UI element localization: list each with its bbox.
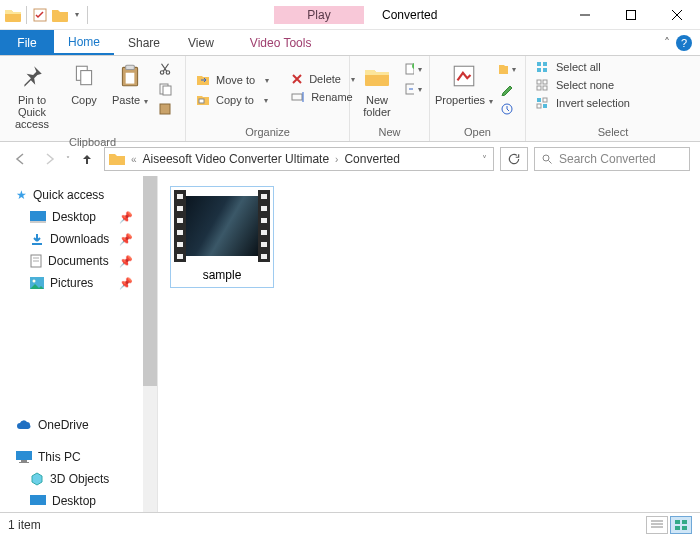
downloads-icon <box>30 232 44 246</box>
copy-to-button[interactable]: Copy to <box>192 92 273 108</box>
new-group-label: New <box>350 124 429 141</box>
sidebar-item-3d-objects[interactable]: 3D Objects <box>28 468 153 490</box>
close-button[interactable] <box>654 0 700 30</box>
properties-button[interactable]: Properties <box>436 60 492 107</box>
minimize-button[interactable] <box>562 0 608 30</box>
svg-rect-30 <box>543 86 547 90</box>
move-to-button[interactable]: Move to <box>192 72 273 88</box>
back-button[interactable] <box>10 148 32 170</box>
pictures-icon <box>30 277 44 289</box>
svg-rect-14 <box>160 104 170 114</box>
address-bar[interactable]: « Aiseesoft Video Converter Ultimate › C… <box>104 147 494 171</box>
sidebar-item-documents[interactable]: Documents📌 <box>28 250 153 272</box>
svg-rect-34 <box>543 104 547 108</box>
open-icon[interactable] <box>498 60 516 78</box>
copy-path-icon[interactable] <box>156 80 174 98</box>
main-area: ★ Quick access Desktop📌 Downloads📌 Docum… <box>0 176 700 512</box>
home-tab[interactable]: Home <box>54 30 114 55</box>
pin-icon <box>16 60 48 92</box>
breadcrumb-1[interactable]: Aiseesoft Video Converter Ultimate <box>143 152 330 166</box>
select-none-icon <box>536 79 550 91</box>
video-thumbnail <box>174 190 270 262</box>
desktop-icon <box>30 495 46 507</box>
open-group: Properties Open <box>430 56 526 141</box>
svg-point-35 <box>543 155 549 161</box>
new-folder-icon <box>361 60 393 92</box>
search-icon <box>541 153 553 165</box>
navigation-pane: ★ Quick access Desktop📌 Downloads📌 Docum… <box>0 176 158 512</box>
svg-rect-23 <box>537 62 541 66</box>
help-icon[interactable]: ? <box>676 35 692 51</box>
new-item-icon[interactable] <box>404 60 422 78</box>
svg-rect-26 <box>543 68 547 72</box>
svg-rect-16 <box>292 94 302 100</box>
copy-button[interactable]: Copy <box>64 60 104 106</box>
organize-group: Move to Copy to Delete Rename Organize <box>186 56 350 141</box>
chevron-right-icon[interactable]: › <box>333 154 340 165</box>
new-folder-button[interactable]: New folder <box>356 60 398 118</box>
new-group: New folder New <box>350 56 430 141</box>
rename-icon <box>291 91 305 103</box>
svg-rect-9 <box>126 73 135 84</box>
svg-rect-46 <box>19 462 29 463</box>
edit-icon[interactable] <box>498 80 516 98</box>
sidebar-item-this-pc[interactable]: This PC <box>14 446 153 468</box>
sidebar-item-desktop[interactable]: Desktop📌 <box>28 206 153 228</box>
paste-button[interactable]: Paste <box>110 60 150 107</box>
file-list[interactable]: sample <box>158 176 700 512</box>
documents-icon <box>30 254 42 268</box>
forward-button[interactable] <box>38 148 60 170</box>
3d-objects-icon <box>30 472 44 486</box>
file-item-sample[interactable]: sample <box>170 186 274 288</box>
folder-icon[interactable] <box>4 7 22 23</box>
refresh-button[interactable] <box>500 147 528 171</box>
select-none-button[interactable]: Select none <box>532 78 634 92</box>
select-group-label: Select <box>526 124 700 141</box>
svg-rect-37 <box>30 211 46 221</box>
rename-button[interactable]: Rename <box>287 90 359 104</box>
address-dropdown-icon[interactable]: ˅ <box>480 154 489 165</box>
sidebar-item-pictures[interactable]: Pictures📌 <box>28 272 153 294</box>
file-tab[interactable]: File <box>0 30 54 55</box>
recent-locations-icon[interactable]: ˅ <box>66 155 70 164</box>
thumbnails-view-button[interactable] <box>670 516 692 534</box>
quick-access-item[interactable]: ★ Quick access <box>14 184 153 206</box>
up-button[interactable] <box>76 148 98 170</box>
video-tools-tab[interactable]: Video Tools <box>240 30 322 55</box>
desktop-icon <box>30 211 46 223</box>
qat-properties-icon[interactable] <box>31 7 49 23</box>
details-view-button[interactable] <box>646 516 668 534</box>
invert-selection-button[interactable]: Invert selection <box>532 96 634 110</box>
cut-icon[interactable] <box>156 60 174 78</box>
collapse-ribbon-icon[interactable]: ˄ <box>664 36 670 50</box>
history-icon[interactable] <box>498 100 516 118</box>
onedrive-icon <box>16 420 32 430</box>
quick-access-toolbar: ▾ <box>0 6 94 24</box>
sidebar-item-downloads[interactable]: Downloads📌 <box>28 228 153 250</box>
select-all-button[interactable]: Select all <box>532 60 634 74</box>
svg-rect-38 <box>30 221 46 223</box>
scrollbar-thumb[interactable] <box>143 176 157 386</box>
pin-to-quick-access-button[interactable]: Pin to Quick access <box>6 60 58 130</box>
address-bar-row: ˅ « Aiseesoft Video Converter Ultimate ›… <box>0 142 700 176</box>
svg-rect-53 <box>675 526 680 530</box>
svg-point-43 <box>33 280 36 283</box>
copy-icon <box>68 60 100 92</box>
sidebar-item-onedrive[interactable]: OneDrive <box>14 414 153 436</box>
view-tab[interactable]: View <box>174 30 228 55</box>
breadcrumb-2[interactable]: Converted <box>344 152 399 166</box>
paste-shortcut-icon[interactable] <box>156 100 174 118</box>
properties-icon <box>448 60 480 92</box>
qat-new-folder-icon[interactable] <box>51 7 69 23</box>
select-group: Select all Select none Invert selection … <box>526 56 700 141</box>
svg-rect-32 <box>543 98 547 102</box>
svg-rect-51 <box>675 520 680 524</box>
svg-line-36 <box>549 161 552 164</box>
maximize-button[interactable] <box>608 0 654 30</box>
delete-button[interactable]: Delete <box>287 72 359 86</box>
easy-access-icon[interactable] <box>404 80 422 98</box>
share-tab[interactable]: Share <box>114 30 174 55</box>
qat-dropdown-icon[interactable]: ▾ <box>71 10 83 19</box>
sidebar-item-desktop-2[interactable]: Desktop <box>28 490 153 512</box>
search-box[interactable]: Search Converted <box>534 147 690 171</box>
